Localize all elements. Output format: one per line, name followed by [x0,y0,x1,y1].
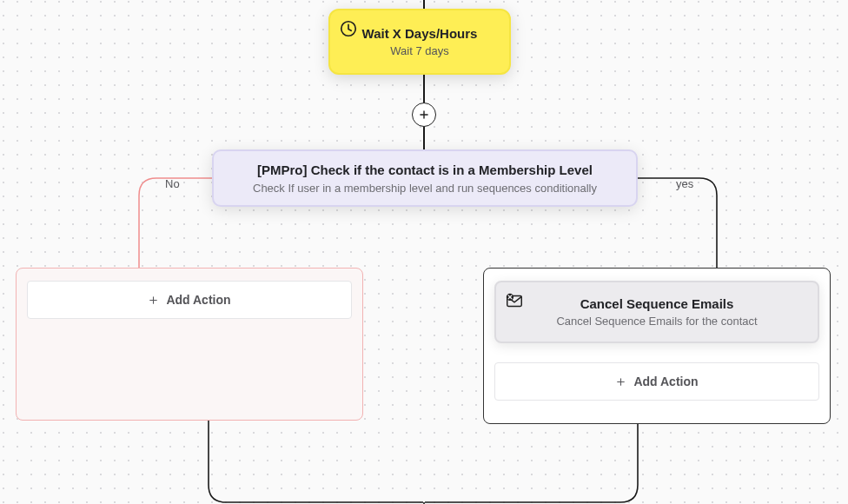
wait-node[interactable]: Wait X Days/Hours Wait 7 days [328,9,511,75]
cancel-mail-icon [505,291,524,310]
condition-subtitle: Check If user in a membership level and … [253,182,597,195]
plus-icon [148,295,159,306]
clock-icon [339,19,358,38]
branch-no-container: Add Action [16,268,363,421]
branch-label-yes: yes [676,177,693,190]
add-action-button-no[interactable]: Add Action [27,281,352,319]
cancel-sequence-node[interactable]: Cancel Sequence Emails Cancel Sequence E… [494,281,819,343]
add-step-button[interactable] [412,103,436,127]
wait-node-subtitle: Wait 7 days [390,44,448,57]
plus-icon [615,376,626,388]
add-action-button-yes[interactable]: Add Action [494,362,819,401]
add-action-label: Add Action [166,293,230,307]
condition-node[interactable]: [PMPro] Check if the contact is in a Mem… [212,149,638,207]
add-action-label: Add Action [633,375,698,388]
cancel-node-title: Cancel Sequence Emails [580,296,734,311]
plus-icon [418,109,430,121]
flow-connectors [0,0,848,504]
branch-label-no: No [165,177,180,190]
condition-title: [PMPro] Check if the contact is in a Mem… [257,162,593,177]
branch-yes-container: Cancel Sequence Emails Cancel Sequence E… [483,268,831,424]
cancel-node-subtitle: Cancel Sequence Emails for the contact [556,315,757,328]
wait-node-title: Wait X Days/Hours [362,26,478,41]
